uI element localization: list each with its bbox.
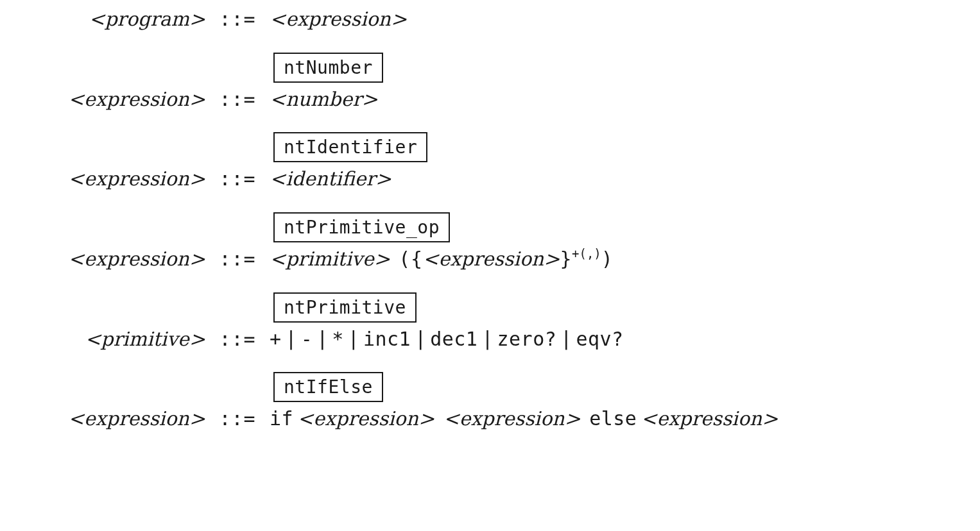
rule-ntprimitive-op: ntPrimitive_op <expression> ::= <primiti…: [13, 212, 967, 273]
angle-open: <: [68, 88, 84, 110]
angle-open: <: [68, 407, 84, 430]
angle-open: <: [270, 167, 286, 190]
lhs-expression: <expression>: [13, 85, 205, 114]
terminal-star: *: [332, 325, 344, 353]
rule-label-ntnumber: ntNumber: [273, 53, 383, 83]
nt-expression: expression: [439, 248, 544, 270]
nt-expression: expression: [84, 248, 189, 270]
assign-op: ::=: [205, 85, 270, 114]
repetition-superscript: +(,): [572, 245, 601, 263]
nt-expression: expression: [313, 407, 418, 430]
rhs: <primitive> ( { <expression> } +(,) ): [270, 245, 967, 273]
nt-expression: expression: [84, 407, 189, 430]
angle-close: >: [762, 407, 778, 430]
nt-primitive: primitive: [101, 328, 189, 350]
angle-close: >: [374, 248, 390, 270]
rule-ntidentifier: ntIdentifier <expression> ::= <identifie…: [13, 132, 967, 193]
angle-open: <: [270, 88, 286, 110]
alt-bar: |: [313, 324, 332, 353]
angle-close: >: [189, 248, 205, 270]
angle-open: <: [68, 167, 84, 190]
terminal-plus: +: [270, 325, 282, 353]
nt-expression: expression: [460, 407, 565, 430]
terminal-zeroq: zero?: [497, 325, 557, 353]
alt-bar: |: [477, 324, 497, 353]
lhs-program: <program>: [13, 5, 205, 33]
angle-close: >: [189, 8, 205, 30]
alt-bar: |: [344, 324, 363, 353]
rule-line: <expression> ::= <primitive> ( { <expres…: [13, 245, 967, 273]
assign-op: ::=: [205, 405, 270, 433]
rhs: <expression>: [270, 5, 967, 33]
nt-expression: expression: [84, 88, 189, 110]
grammar-table: <program> ::= <expression> ntNumber <exp…: [13, 5, 967, 433]
rule-line: <primitive> ::= + | - | * | inc1 | dec1 …: [13, 325, 967, 353]
angle-close: >: [362, 88, 378, 110]
angle-open: <: [640, 407, 657, 430]
nt-expression: expression: [657, 407, 762, 430]
rhs: <number>: [270, 85, 967, 114]
terminal-if: if: [270, 405, 293, 433]
nt-primitive: primitive: [286, 248, 374, 270]
lhs-primitive: <primitive>: [13, 325, 205, 353]
angle-open: <: [85, 328, 101, 350]
angle-open: <: [422, 248, 438, 270]
angle-open: <: [443, 407, 460, 430]
nt-expression: expression: [286, 8, 391, 30]
nt-identifier: identifier: [286, 167, 375, 190]
rule-program: <program> ::= <expression>: [13, 5, 967, 33]
terminal-lbrace: {: [411, 245, 423, 273]
terminal-eqvq: eqv?: [576, 325, 623, 353]
assign-op: ::=: [205, 5, 270, 33]
angle-close: >: [189, 167, 205, 190]
rule-label-ntprimitive: ntPrimitive: [273, 292, 417, 323]
angle-close: >: [189, 407, 205, 430]
angle-close: >: [418, 407, 434, 430]
angle-close: >: [375, 167, 391, 190]
angle-open: <: [68, 248, 84, 270]
nt-program: program: [105, 8, 189, 30]
angle-close: >: [189, 88, 205, 110]
terminal-else: else: [589, 405, 637, 433]
rhs: if <expression> <expression> else <expre…: [270, 405, 967, 433]
terminal-dec1: dec1: [430, 325, 477, 353]
nt-number: number: [286, 88, 361, 110]
terminal-rparen: ): [601, 245, 614, 273]
terminal-inc1: inc1: [363, 325, 411, 353]
assign-op: ::=: [205, 325, 270, 353]
rule-line: <expression> ::= if <expression> <expres…: [13, 405, 967, 433]
nt-expression: expression: [84, 167, 189, 190]
terminal-rbrace: }: [560, 245, 572, 273]
rule-ntnumber: ntNumber <expression> ::= <number>: [13, 53, 967, 114]
rule-ntifelse: ntIfElse <expression> ::= if <expression…: [13, 372, 967, 433]
rule-ntprimitive: ntPrimitive <primitive> ::= + | - | * | …: [13, 292, 967, 353]
angle-close: >: [189, 328, 205, 350]
assign-op: ::=: [205, 165, 270, 193]
angle-close: >: [544, 248, 560, 270]
angle-close: >: [565, 407, 581, 430]
angle-open: <: [297, 407, 313, 430]
angle-open: <: [270, 248, 286, 270]
angle-close: >: [391, 8, 407, 30]
rule-line: <expression> ::= <identifier>: [13, 165, 967, 193]
rule-line: <program> ::= <expression>: [13, 5, 967, 33]
angle-open: <: [89, 8, 105, 30]
rule-label-ntprimitive-op: ntPrimitive_op: [273, 212, 450, 242]
rhs: <identifier>: [270, 165, 967, 193]
alt-bar: |: [282, 324, 301, 353]
rule-label-ntifelse: ntIfElse: [273, 372, 383, 402]
angle-open: <: [270, 8, 286, 30]
rule-label-ntidentifier: ntIdentifier: [273, 132, 427, 162]
rhs: + | - | * | inc1 | dec1 | zero? | eqv?: [270, 325, 967, 353]
terminal-lparen: (: [399, 245, 411, 273]
rule-line: <expression> ::= <number>: [13, 85, 967, 114]
lhs-expression: <expression>: [13, 245, 205, 273]
lhs-expression: <expression>: [13, 165, 205, 193]
alt-bar: |: [556, 324, 576, 353]
assign-op: ::=: [205, 245, 270, 273]
terminal-minus: -: [301, 325, 313, 353]
lhs-expression: <expression>: [13, 405, 205, 433]
alt-bar: |: [411, 324, 430, 353]
